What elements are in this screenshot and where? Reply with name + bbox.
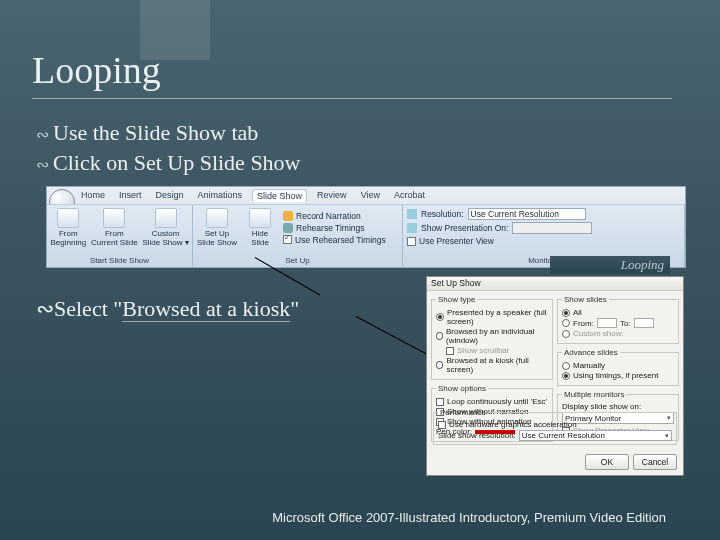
custom-show-button[interactable]: Custom Slide Show ▾ [143, 208, 188, 247]
show-type-group: Show type Presented by a speaker (full s… [431, 295, 553, 380]
from-beginning-button[interactable]: From Beginning [51, 208, 86, 247]
bullet-2: ∾Click on Set Up Slide Show [36, 150, 301, 176]
tab-acrobat[interactable]: Acrobat [390, 189, 429, 202]
show-type-legend: Show type [436, 295, 477, 304]
advance-timings-radio[interactable]: Using timings, if present [562, 371, 674, 380]
slide-res-row: Slide show resolution: Use Current Resol… [438, 430, 672, 441]
record-icon [283, 211, 293, 221]
radio-icon [436, 332, 443, 340]
bullet-3-suffix: " [290, 296, 299, 321]
slides-range-radio[interactable]: From: To: [562, 318, 674, 328]
group-label: Set Up [197, 255, 398, 265]
checkbox-icon [283, 235, 292, 244]
set-up-show-dialog: Set Up Show Show type Presented by a spe… [426, 276, 684, 476]
tab-animations[interactable]: Animations [194, 189, 247, 202]
advance-manual-label: Manually [573, 361, 605, 370]
showtype-speaker-label: Presented by a speaker (full screen) [447, 308, 548, 326]
hw-accel-label: Use hardware graphics acceleration [449, 420, 577, 429]
resolution-select[interactable]: Use Current Resolution [468, 208, 586, 220]
cancel-button[interactable]: Cancel [633, 454, 677, 470]
tab-view[interactable]: View [357, 189, 384, 202]
showtype-speaker-radio[interactable]: Presented by a speaker (full screen) [436, 308, 548, 326]
record-label: Record Narration [296, 211, 361, 221]
bullet-1-text: Use the Slide Show tab [53, 120, 258, 145]
slides-custom-radio[interactable]: Custom show: [562, 329, 674, 338]
show-on-select[interactable] [512, 222, 592, 234]
rehearse-icon [283, 223, 293, 233]
slides-from-input[interactable] [597, 318, 617, 328]
show-on-label: Show Presentation On: [421, 223, 508, 233]
from-current-button[interactable]: From Current Slide [92, 208, 137, 247]
resolution-label: Resolution: [421, 209, 464, 219]
tab-review[interactable]: Review [313, 189, 351, 202]
resolution-icon [407, 209, 417, 219]
hw-accel-checkbox[interactable]: Use hardware graphics acceleration [438, 420, 672, 429]
bullet-glyph-icon: ∾ [36, 296, 54, 321]
showtype-individual-label: Browsed by an individual (window) [446, 327, 548, 345]
set-up-icon [206, 208, 228, 228]
show-slides-group: Show slides All From: To: Custom show: [557, 295, 679, 344]
show-scrollbar-label: Show scrollbar [457, 346, 509, 355]
bullet-2-text: Click on Set Up Slide Show [53, 150, 301, 175]
dialog-title: Set Up Show [427, 277, 683, 291]
checkbox-icon [438, 421, 446, 429]
showtype-individual-radio[interactable]: Browsed by an individual (window) [436, 327, 548, 345]
slide-title: Looping [32, 48, 672, 99]
from-current-label: From Current Slide [91, 229, 138, 247]
show-scrollbar-checkbox[interactable]: Show scrollbar [446, 346, 548, 355]
use-rehearsed-checkbox[interactable]: Use Rehearsed Timings [283, 235, 386, 245]
bullet-glyph-icon: ∾ [36, 125, 49, 144]
checkbox-icon [446, 347, 454, 355]
bullet-3: ∾Select "Browsed at a kiosk" [36, 296, 299, 322]
bullet-list: ∾Use the Slide Show tab ∾Click on Set Up… [36, 120, 301, 180]
multi-legend: Multiple monitors [562, 390, 626, 399]
group-start-slide-show: From Beginning From Current Slide Custom… [47, 205, 193, 267]
advance-legend: Advance slides [562, 348, 620, 357]
tab-design[interactable]: Design [152, 189, 188, 202]
slides-all-label: All [573, 308, 582, 317]
callout-line-icon [356, 316, 427, 354]
showtype-kiosk-label: Browsed at a kiosk (full screen) [446, 356, 548, 374]
hide-slide-label: Hide Slide [251, 229, 269, 247]
rehearse-timings-button[interactable]: Rehearse Timings [283, 223, 386, 233]
tab-insert[interactable]: Insert [115, 189, 146, 202]
ok-button[interactable]: OK [585, 454, 629, 470]
slide-res-value: Use Current Resolution [522, 431, 605, 440]
slide-res-select[interactable]: Use Current Resolution▾ [519, 430, 672, 441]
from-beginning-label: From Beginning [51, 229, 87, 247]
group-label: Start Slide Show [51, 255, 188, 265]
tab-home[interactable]: Home [77, 189, 109, 202]
slides-all-radio[interactable]: All [562, 308, 674, 317]
checkbox-icon [407, 237, 416, 246]
radio-icon [562, 372, 570, 380]
loop-checkbox[interactable]: Loop continuously until 'Esc' [436, 397, 548, 406]
radio-icon [436, 313, 444, 321]
record-narration-button[interactable]: Record Narration [283, 211, 386, 221]
custom-show-icon [155, 208, 177, 228]
slide-res-label: Slide show resolution: [438, 431, 516, 440]
from-beginning-icon [57, 208, 79, 228]
radio-icon [436, 361, 443, 369]
rehearse-label: Rehearse Timings [296, 223, 365, 233]
set-up-label: Set Up Slide Show [197, 229, 237, 247]
tab-slide-show[interactable]: Slide Show [252, 189, 307, 202]
radio-icon [562, 362, 570, 370]
advance-timings-label: Using timings, if present [573, 371, 658, 380]
showtype-kiosk-radio[interactable]: Browsed at a kiosk (full screen) [436, 356, 548, 374]
footer-text: Microsoft Office 2007-Illustrated Introd… [272, 510, 666, 525]
bullet-glyph-icon: ∾ [36, 155, 49, 174]
hide-slide-icon [249, 208, 271, 228]
set-up-slide-show-button[interactable]: Set Up Slide Show [197, 208, 237, 247]
slides-to-input[interactable] [634, 318, 654, 328]
slides-from-label: From: [573, 319, 594, 328]
use-presenter-checkbox[interactable]: Use Presenter View [407, 236, 680, 246]
show-slides-legend: Show slides [562, 295, 609, 304]
bullet-1: ∾Use the Slide Show tab [36, 120, 301, 146]
thumbnail-label: Looping [550, 256, 670, 274]
hide-slide-button[interactable]: Hide Slide [243, 208, 277, 247]
custom-show-label: Custom Slide Show ▾ [142, 229, 188, 247]
advance-manual-radio[interactable]: Manually [562, 361, 674, 370]
group-set-up: Set Up Slide Show Hide Slide Record Narr… [193, 205, 403, 267]
show-options-legend: Show options [436, 384, 488, 393]
use-rehearsed-label: Use Rehearsed Timings [295, 235, 386, 245]
